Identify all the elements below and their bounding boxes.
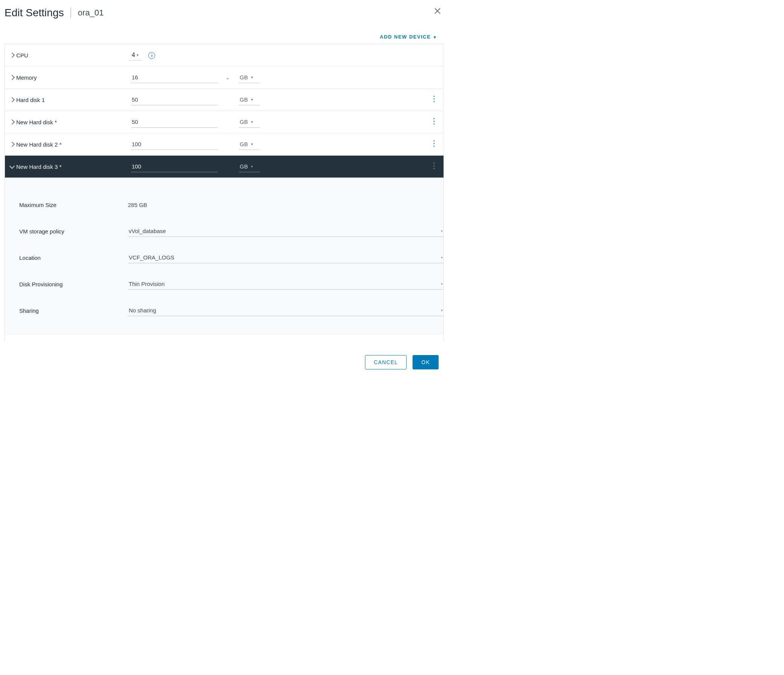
svg-point-11 bbox=[433, 168, 434, 169]
svg-point-4 bbox=[433, 120, 434, 122]
caret-down-icon: ▾ bbox=[251, 97, 253, 101]
harddisk-1-size-input[interactable] bbox=[131, 94, 218, 105]
vm-name: ora_01 bbox=[78, 8, 104, 18]
cancel-button[interactable]: CANCEL bbox=[365, 355, 406, 369]
hardware-list[interactable]: CPU 4 ▾ i Memory ⌄ bbox=[5, 44, 444, 341]
location-select[interactable]: VCF_ORA_LOGS ▾ bbox=[128, 252, 443, 263]
caret-down-icon: ▾ bbox=[251, 75, 253, 80]
row-memory-label[interactable]: Memory bbox=[10, 75, 131, 81]
chevron-right-icon bbox=[9, 75, 15, 80]
new-harddisk-1-unit-value: GB bbox=[240, 118, 248, 125]
chevron-down-icon: ▾ bbox=[434, 35, 437, 39]
ok-button[interactable]: OK bbox=[412, 355, 439, 369]
svg-point-1 bbox=[433, 98, 434, 99]
caret-down-icon: ▾ bbox=[137, 53, 138, 57]
dialog-header: Edit Settings ora_01 bbox=[0, 0, 447, 19]
new-harddisk-2-size-input[interactable] bbox=[131, 139, 218, 150]
detail-sharing-label: Sharing bbox=[19, 307, 128, 314]
chevron-right-icon bbox=[9, 142, 15, 147]
row-new-harddisk-3-label[interactable]: New Hard disk 3 * bbox=[10, 164, 131, 170]
storage-policy-select[interactable]: vVol_database ▾ bbox=[128, 226, 443, 237]
title-divider bbox=[71, 8, 71, 18]
caret-down-icon: ▾ bbox=[441, 282, 443, 286]
new-harddisk-1-size-input[interactable] bbox=[131, 116, 218, 128]
harddisk-3-details: Maximum Size 285 GB VM storage policy vV… bbox=[5, 178, 443, 335]
row-harddisk-1-label[interactable]: Hard disk 1 bbox=[10, 97, 131, 103]
caret-down-icon: ▾ bbox=[251, 120, 253, 124]
memory-unit-value: GB bbox=[240, 74, 248, 81]
svg-point-3 bbox=[433, 118, 434, 119]
cpu-count-value: 4 bbox=[132, 52, 135, 59]
add-device-bar: ADD NEW DEVICE ▾ bbox=[0, 19, 447, 44]
detail-storage-policy: VM storage policy vVol_database ▾ bbox=[19, 218, 443, 245]
svg-point-0 bbox=[433, 95, 434, 97]
harddisk-1-unit-select[interactable]: GB ▾ bbox=[239, 94, 260, 105]
chevron-right-icon bbox=[9, 97, 15, 102]
add-new-device-link[interactable]: ADD NEW DEVICE ▾ bbox=[380, 34, 436, 40]
new-harddisk-2-actions-menu[interactable] bbox=[425, 140, 443, 149]
new-harddisk-1-actions-menu[interactable] bbox=[425, 118, 443, 126]
provisioning-value: Thin Provision bbox=[129, 281, 165, 287]
new-harddisk-2-unit-select[interactable]: GB ▾ bbox=[239, 139, 260, 150]
detail-provisioning-label: Disk Provisioning bbox=[19, 281, 128, 287]
provisioning-select[interactable]: Thin Provision ▾ bbox=[128, 278, 443, 290]
row-memory[interactable]: Memory ⌄ GB ▾ bbox=[5, 67, 443, 89]
location-value: VCF_ORA_LOGS bbox=[129, 254, 174, 260]
detail-location: Location VCF_ORA_LOGS ▾ bbox=[19, 245, 443, 271]
label-cpu: CPU bbox=[16, 52, 28, 59]
cpu-count-select[interactable]: 4 ▾ bbox=[129, 50, 142, 61]
caret-down-icon: ▾ bbox=[441, 229, 443, 233]
new-harddisk-3-unit-value: GB bbox=[240, 163, 248, 170]
svg-point-10 bbox=[433, 165, 434, 166]
row-new-harddisk-1-label[interactable]: New Hard disk * bbox=[10, 119, 131, 125]
harddisk-1-actions-menu[interactable] bbox=[425, 95, 443, 104]
svg-point-9 bbox=[433, 162, 434, 164]
detail-max-size-value: 285 GB bbox=[128, 202, 443, 208]
close-icon[interactable] bbox=[434, 8, 441, 16]
memory-input[interactable] bbox=[131, 72, 218, 83]
memory-unit-select[interactable]: GB ▾ bbox=[239, 72, 260, 83]
svg-point-6 bbox=[433, 140, 434, 141]
detail-location-label: Location bbox=[19, 254, 128, 261]
svg-point-5 bbox=[433, 123, 434, 124]
chevron-right-icon bbox=[9, 53, 15, 58]
caret-down-icon: ▾ bbox=[251, 164, 253, 168]
row-cpu[interactable]: CPU 4 ▾ i bbox=[5, 44, 443, 67]
new-harddisk-3-size-input[interactable] bbox=[131, 161, 218, 172]
caret-down-icon: ▾ bbox=[251, 142, 253, 146]
detail-storage-policy-label: VM storage policy bbox=[19, 228, 128, 235]
memory-spinner-chevron-icon[interactable]: ⌄ bbox=[226, 75, 230, 81]
label-memory: Memory bbox=[16, 75, 37, 81]
detail-max-size-label: Maximum Size bbox=[19, 202, 128, 208]
new-harddisk-1-unit-select[interactable]: GB ▾ bbox=[239, 116, 260, 128]
caret-down-icon: ▾ bbox=[441, 255, 443, 259]
label-harddisk-1: Hard disk 1 bbox=[16, 97, 45, 103]
label-new-harddisk-1: New Hard disk * bbox=[16, 119, 57, 125]
svg-point-8 bbox=[433, 145, 434, 147]
sharing-value: No sharing bbox=[129, 307, 156, 313]
dialog-title: Edit Settings bbox=[5, 7, 64, 19]
sharing-select[interactable]: No sharing ▾ bbox=[128, 305, 443, 316]
row-cpu-label[interactable]: CPU bbox=[10, 52, 131, 59]
detail-provisioning: Disk Provisioning Thin Provision ▾ bbox=[19, 271, 443, 297]
row-new-harddisk-2[interactable]: New Hard disk 2 * GB ▾ bbox=[5, 133, 443, 156]
caret-down-icon: ▾ bbox=[441, 308, 443, 312]
chevron-right-icon bbox=[9, 119, 15, 125]
chevron-down-icon bbox=[9, 163, 15, 168]
detail-sharing: Sharing No sharing ▾ bbox=[19, 297, 443, 324]
label-new-harddisk-2: New Hard disk 2 * bbox=[16, 141, 62, 148]
row-new-harddisk-2-label[interactable]: New Hard disk 2 * bbox=[10, 141, 131, 148]
storage-policy-value: vVol_database bbox=[129, 228, 166, 234]
dialog-footer: CANCEL OK bbox=[0, 341, 447, 376]
info-icon[interactable]: i bbox=[148, 52, 155, 59]
new-harddisk-3-unit-select[interactable]: GB ▾ bbox=[239, 161, 260, 172]
add-new-device-label: ADD NEW DEVICE bbox=[380, 34, 431, 40]
svg-point-2 bbox=[433, 101, 434, 102]
harddisk-1-unit-value: GB bbox=[240, 96, 248, 103]
row-new-harddisk-3[interactable]: New Hard disk 3 * GB ▾ bbox=[5, 156, 443, 178]
new-harddisk-3-actions-menu[interactable] bbox=[425, 162, 443, 171]
new-harddisk-2-unit-value: GB bbox=[240, 141, 248, 147]
svg-point-7 bbox=[433, 143, 434, 144]
row-new-harddisk-1[interactable]: New Hard disk * GB ▾ bbox=[5, 111, 443, 133]
row-harddisk-1[interactable]: Hard disk 1 GB ▾ bbox=[5, 89, 443, 111]
